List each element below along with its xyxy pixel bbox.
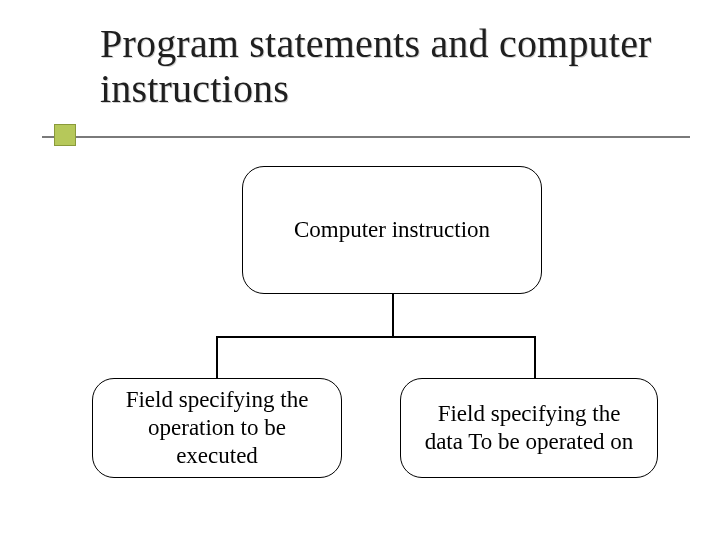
diagram-left-box: Field specifying the operation to be exe… xyxy=(92,378,342,478)
diagram-root-box: Computer instruction xyxy=(242,166,542,294)
title-divider xyxy=(42,136,690,138)
connector-line xyxy=(534,336,536,378)
diagram-right-box: Field specifying the data To be operated… xyxy=(400,378,658,478)
connector-line xyxy=(392,294,394,336)
diagram-right-label: Field specifying the data To be operated… xyxy=(417,400,641,456)
slide-title-wrap: Program statements and computer instruct… xyxy=(100,22,660,112)
accent-bullet-icon xyxy=(54,124,76,146)
connector-line xyxy=(216,336,218,378)
connector-line xyxy=(216,336,536,338)
diagram-left-label: Field specifying the operation to be exe… xyxy=(109,386,325,470)
slide-title: Program statements and computer instruct… xyxy=(100,22,660,112)
diagram-root-label: Computer instruction xyxy=(294,216,490,244)
